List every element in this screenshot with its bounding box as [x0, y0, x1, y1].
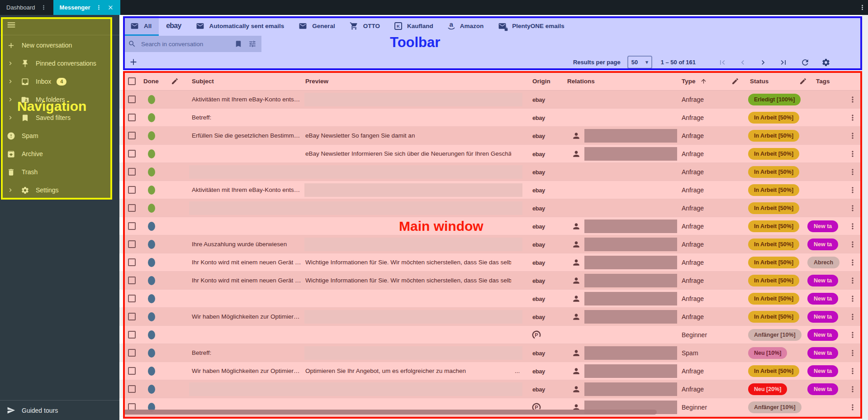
done-status-dot-green[interactable] [148, 204, 155, 213]
sidebar-item-trash[interactable]: Trash [0, 163, 119, 181]
row-checkbox[interactable] [128, 222, 136, 230]
row-kebab-menu-icon[interactable] [848, 403, 857, 412]
search-input[interactable] [141, 41, 228, 48]
conversation-row[interactable]: Betreff:ebayAnfrageIn Arbeit [50%] [119, 109, 862, 127]
sidebar-item-inbox[interactable]: Inbox4 [0, 72, 119, 91]
channel-tab-ebay[interactable]: ebay [159, 16, 188, 36]
edit-column-icon[interactable] [799, 77, 807, 85]
row-checkbox[interactable] [128, 349, 136, 357]
page-size-select[interactable]: 50 ▾ [627, 56, 652, 69]
previous-page-icon[interactable] [738, 58, 747, 67]
row-kebab-menu-icon[interactable] [848, 204, 857, 213]
channel-tab-otto[interactable]: OTTO [342, 16, 387, 36]
conversation-row[interactable]: Wir haben Möglichkeiten zur Optimier…Opt… [119, 362, 862, 380]
channel-tab-general[interactable]: General [291, 16, 342, 36]
hamburger-menu-icon[interactable] [6, 20, 16, 30]
row-checkbox[interactable] [128, 258, 136, 266]
conversation-row[interactable]: Betreff:ebaySpamNeu [10%]New ta [119, 344, 862, 362]
close-tab-icon[interactable] [107, 4, 114, 11]
row-checkbox[interactable] [128, 95, 136, 103]
sort-ascending-icon[interactable] [700, 78, 707, 85]
channel-tab-kaufland[interactable]: KKaufland [387, 16, 441, 36]
column-header-origin[interactable]: Origin [532, 78, 550, 85]
gear-icon[interactable] [821, 58, 830, 67]
conversation-row[interactable]: Aktivitäten mit Ihrem eBay-Konto ents…eb… [119, 181, 862, 199]
conversation-row[interactable]: ebayAnfrageIn Arbeit [50%] [119, 199, 862, 217]
done-status-dot-blue[interactable] [148, 330, 155, 339]
conversation-row[interactable]: ebayAnfrageNeu [20%]New ta [119, 380, 862, 398]
conversation-search[interactable] [123, 36, 261, 52]
channel-tab-plentyone-emails[interactable]: PlentyONE emails [491, 16, 572, 36]
horizontal-scrollbar[interactable] [123, 410, 657, 415]
row-checkbox[interactable] [128, 114, 136, 121]
done-status-dot-green[interactable] [148, 186, 155, 195]
conversation-row[interactable]: Wir haben Möglichkeiten zur Optimier…eba… [119, 308, 862, 326]
sidebar-item-pinned-conversations[interactable]: Pinned conversations [0, 54, 119, 72]
row-kebab-menu-icon[interactable] [848, 167, 857, 177]
column-header-type[interactable]: Type [682, 78, 696, 85]
tab-messenger[interactable]: Messenger [53, 0, 120, 15]
sidebar-item-new-conversation[interactable]: New conversation [0, 36, 119, 54]
channel-tab-amazon[interactable]: aAmazon [441, 16, 491, 36]
last-page-icon[interactable] [779, 58, 788, 67]
conversation-row[interactable]: ebayAnfrageIn Arbeit [50%]New ta [119, 217, 862, 235]
tune-filter-icon[interactable] [248, 40, 256, 48]
conversation-row[interactable]: Erfüllen Sie die gesetzlichen Bestimm…eB… [119, 127, 862, 145]
row-kebab-menu-icon[interactable] [848, 149, 857, 158]
next-page-icon[interactable] [759, 58, 768, 67]
row-kebab-menu-icon[interactable] [848, 95, 857, 104]
row-kebab-menu-icon[interactable] [848, 186, 857, 195]
channel-tab-automatically-sent-emails[interactable]: Automatically sent emails [189, 16, 292, 36]
column-header-done[interactable]: Done [143, 78, 159, 85]
bookmark-icon[interactable] [234, 40, 242, 48]
row-checkbox[interactable] [128, 385, 136, 393]
kebab-menu-icon[interactable] [40, 4, 47, 11]
row-checkbox[interactable] [128, 132, 136, 139]
channel-tab-all[interactable]: All [123, 16, 159, 36]
row-checkbox[interactable] [128, 204, 136, 212]
conversation-row[interactable]: ebayAnfrageIn Arbeit [50%]New ta [119, 290, 862, 308]
add-conversation-icon[interactable] [128, 57, 138, 67]
done-status-dot-blue[interactable] [148, 222, 155, 231]
done-status-dot-blue[interactable] [148, 240, 155, 249]
kebab-menu-icon[interactable] [859, 4, 866, 11]
conversation-row[interactable]: Ihr Konto wird mit einem neuen Gerät …Wi… [119, 272, 862, 290]
done-status-dot-blue[interactable] [148, 348, 155, 358]
row-kebab-menu-icon[interactable] [848, 294, 857, 303]
column-header-status[interactable]: Status [750, 78, 768, 85]
row-kebab-menu-icon[interactable] [848, 258, 857, 267]
sidebar-item-guided-tours[interactable]: Guided tours [0, 401, 119, 420]
row-checkbox[interactable] [128, 240, 136, 248]
row-kebab-menu-icon[interactable] [848, 240, 857, 249]
done-status-dot-green[interactable] [148, 113, 155, 122]
row-checkbox[interactable] [128, 186, 136, 194]
done-status-dot-green[interactable] [148, 131, 155, 140]
row-checkbox[interactable] [128, 367, 136, 375]
column-header-subject[interactable]: Subject [192, 78, 214, 85]
column-header-relations[interactable]: Relations [567, 78, 595, 85]
kebab-menu-icon[interactable] [95, 4, 102, 11]
sidebar-item-settings[interactable]: Settings [0, 181, 119, 199]
conversation-row[interactable]: Ihr Konto wird mit einem neuen Gerät …Wi… [119, 253, 862, 272]
done-status-dot-blue[interactable] [148, 385, 155, 394]
refresh-icon[interactable] [801, 58, 810, 67]
sidebar-item-archive[interactable]: Archive [0, 145, 119, 163]
column-header-tags[interactable]: Tags [816, 78, 830, 85]
column-header-preview[interactable]: Preview [305, 78, 328, 85]
row-kebab-menu-icon[interactable] [848, 222, 857, 231]
conversation-row[interactable]: eBay Newsletter Informieren Sie sich übe… [119, 145, 862, 163]
conversation-row[interactable]: P BeginnerAnfänger [10%]New ta [119, 326, 862, 344]
row-kebab-menu-icon[interactable] [848, 113, 857, 122]
row-checkbox[interactable] [128, 331, 136, 339]
done-status-dot-blue[interactable] [148, 276, 155, 285]
conversation-row[interactable]: ebayAnfrageIn Arbeit [50%] [119, 163, 862, 181]
done-status-dot-green[interactable] [148, 149, 155, 158]
row-checkbox[interactable] [128, 150, 136, 158]
row-checkbox[interactable] [128, 313, 136, 320]
row-kebab-menu-icon[interactable] [848, 348, 857, 358]
done-status-dot-green[interactable] [148, 167, 155, 177]
conversation-row[interactable]: Ihre Auszahlung wurde überwiesenebayAnfr… [119, 235, 862, 253]
done-status-dot-green[interactable] [148, 95, 155, 104]
row-kebab-menu-icon[interactable] [848, 131, 857, 140]
row-kebab-menu-icon[interactable] [848, 276, 857, 285]
